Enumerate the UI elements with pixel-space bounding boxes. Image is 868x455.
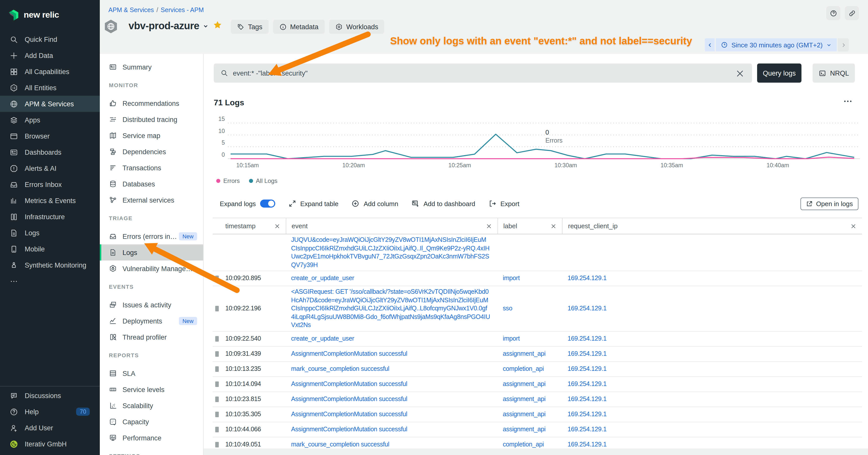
table-row[interactable]: 10:10:14.094AssignmentCompletionMutation… — [213, 377, 862, 392]
column-header-request-client-ip[interactable]: request_client_ip — [562, 218, 862, 234]
table-row[interactable]: 10:09:31.439AssignmentCompletionMutation… — [213, 347, 862, 361]
subnav-item-transactions[interactable]: Transactions — [100, 160, 203, 176]
remove-column-icon[interactable] — [850, 223, 857, 229]
label-link[interactable]: completion_api — [503, 441, 544, 448]
help-circle-button[interactable] — [826, 6, 840, 20]
sidebar-item-all-capabilities[interactable]: All Capabilities — [0, 64, 100, 79]
sidebar-item-errors-inbox[interactable]: Errors Inbox — [0, 176, 100, 193]
sidebar-item-dashboards[interactable]: Dashboards — [0, 144, 100, 160]
ip-link[interactable]: 169.254.129.1 — [567, 441, 607, 448]
subnav-item-service-levels[interactable]: Service levels — [100, 382, 203, 397]
ip-link[interactable]: 169.254.129.1 — [567, 275, 607, 282]
subnav-item-deployments[interactable]: DeploymentsNew — [100, 313, 203, 329]
tags-button[interactable]: Tags — [231, 20, 269, 34]
event-link[interactable]: create_or_update_user — [291, 335, 354, 342]
workloads-button[interactable]: Workloads — [329, 20, 384, 34]
subnav-item-scalability[interactable]: Scalability — [100, 397, 203, 414]
time-back-button[interactable] — [705, 38, 715, 52]
subnav-item-issues-activity[interactable]: Issues & activity — [100, 297, 203, 313]
event-link[interactable]: JUQVU&code=eyJraWQiOiJjcGltY29yZV8wOTI1M… — [291, 236, 490, 268]
subnav-item-vulnerability-management[interactable]: Vulnerability Management — [100, 260, 203, 277]
sidebar-item-browser[interactable]: Browser — [0, 128, 100, 144]
event-link[interactable]: AssignmentCompletionMutation successful — [291, 395, 407, 402]
subnav-item-recommendations[interactable]: Recommendations — [100, 95, 203, 111]
nrql-button[interactable]: NRQL — [812, 64, 855, 83]
subnav-item-distributed-tracing[interactable]: Distributed tracing — [100, 111, 203, 128]
copy-link-button[interactable] — [845, 6, 859, 20]
table-row[interactable]: JUQVU&code=eyJraWQiOiJjcGltY29yZV8wOTI1M… — [213, 234, 862, 271]
breadcrumb-services-apm[interactable]: Services - APM — [161, 6, 204, 13]
chart-menu-ellipsis-icon[interactable] — [843, 96, 855, 106]
subnav-item-external-services[interactable]: External services — [100, 192, 203, 208]
sidebar-item-apps[interactable]: Apps — [0, 112, 100, 128]
query-logs-button[interactable]: Query logs — [757, 64, 802, 83]
column-header-timestamp[interactable]: timestamp — [213, 218, 285, 234]
sidebar-item-more[interactable] — [0, 273, 100, 289]
sidebar-item-apm-services[interactable]: APM & Services — [0, 96, 100, 112]
time-forward-button[interactable] — [838, 38, 849, 52]
subnav-item-dependencies[interactable]: Dependencies — [100, 143, 203, 160]
event-link[interactable]: AssignmentCompletionMutation successful — [291, 381, 407, 388]
sidebar-item-infrastructure[interactable]: Infrastructure — [0, 208, 100, 225]
label-link[interactable]: import — [503, 335, 520, 342]
column-header-event[interactable]: event — [285, 218, 497, 234]
label-link[interactable]: assignment_api — [503, 411, 546, 418]
subnav-item-logs[interactable]: Logs — [100, 245, 203, 260]
ip-link[interactable]: 169.254.129.1 — [567, 426, 607, 433]
remove-column-icon[interactable] — [485, 223, 492, 229]
event-link[interactable]: AssignmentCompletionMutation successful — [291, 426, 407, 433]
label-link[interactable]: completion_api — [503, 365, 544, 372]
ip-link[interactable]: 169.254.129.1 — [567, 365, 607, 372]
subnav-item-performance[interactable]: Performance — [100, 430, 203, 446]
subnav-item-databases[interactable]: Databases — [100, 176, 203, 192]
subnav-item-service-map[interactable]: Service map — [100, 128, 203, 143]
event-link[interactable]: AssignmentCompletionMutation successful — [291, 350, 407, 357]
event-link[interactable]: mark_course_completion successful — [291, 365, 390, 372]
ip-link[interactable]: 169.254.129.1 — [567, 395, 607, 402]
ip-link[interactable]: 169.254.129.1 — [567, 411, 607, 418]
event-link[interactable]: <ASGIRequest: GET '/sso/callback/?state=… — [291, 288, 490, 328]
event-link[interactable]: AssignmentCompletionMutation successful — [291, 411, 407, 418]
ip-link[interactable]: 169.254.129.1 — [567, 381, 607, 388]
event-link[interactable]: create_or_update_user — [291, 275, 354, 282]
label-link[interactable]: sso — [503, 305, 513, 312]
new-relic-logo[interactable]: new relic — [0, 0, 100, 24]
legend-errors[interactable]: Errors — [216, 177, 240, 185]
sidebar-item-logs[interactable]: Logs — [0, 225, 100, 241]
ip-link[interactable]: 169.254.129.1 — [567, 305, 607, 312]
export-button[interactable]: Export — [489, 199, 520, 207]
subnav-item-thread-profiler[interactable]: Thread profiler — [100, 329, 203, 345]
ip-link[interactable]: 169.254.129.1 — [567, 350, 607, 357]
table-row[interactable]: 10:10:13.235mark_course_completion succe… — [213, 361, 862, 377]
table-row[interactable]: 10:09:22.540create_or_update_userimport1… — [213, 331, 862, 347]
add-column-button[interactable]: Add column — [351, 199, 398, 207]
remove-column-icon[interactable] — [550, 223, 557, 229]
breadcrumb-apm-services[interactable]: APM & Services — [108, 6, 154, 13]
sidebar-item-mobile[interactable]: Mobile — [0, 241, 100, 257]
label-link[interactable]: assignment_api — [503, 426, 546, 433]
toggle-on-icon[interactable] — [260, 199, 275, 207]
label-link[interactable]: assignment_api — [503, 350, 546, 357]
add-to-dashboard-button[interactable]: Add to dashboard — [411, 199, 475, 207]
table-row[interactable]: 10:09:22.196<ASGIRequest: GET '/sso/call… — [213, 286, 862, 331]
subnav-item-summary[interactable]: Summary — [100, 59, 203, 75]
sidebar-item-all-entities[interactable]: All Entities — [0, 79, 100, 96]
expand-logs-toggle[interactable]: Expand logs — [220, 199, 275, 207]
legend-all-logs[interactable]: All Logs — [249, 177, 277, 185]
time-range-button[interactable]: Since 30 minutes ago (GMT+2) — [716, 38, 837, 52]
ip-link[interactable]: 169.254.129.1 — [567, 335, 607, 342]
subnav-item-capacity[interactable]: Capacity — [100, 414, 203, 430]
sidebar-item-iterativ-gmbh[interactable]: Iterativ GmbH — [0, 436, 100, 452]
sidebar-item-discussions[interactable]: Discussions — [0, 388, 100, 403]
logs-chart-plot[interactable] — [228, 116, 860, 162]
column-header-label[interactable]: label — [497, 218, 562, 234]
sidebar-item-help[interactable]: Help70 — [0, 403, 100, 420]
label-link[interactable]: import — [503, 275, 520, 282]
label-link[interactable]: assignment_api — [503, 395, 546, 402]
subnav-item-errors-errors-inb-[interactable]: Errors (errors inb...New — [100, 228, 203, 245]
table-row[interactable]: 10:10:44.066AssignmentCompletionMutation… — [213, 422, 862, 437]
table-row[interactable]: 10:09:20.895create_or_update_userimport1… — [213, 271, 862, 286]
entity-title-row[interactable]: vbv-prod-azure — [128, 20, 209, 32]
sidebar-item-add-data[interactable]: Add Data — [0, 47, 100, 64]
subnav-item-sla[interactable]: SLA — [100, 365, 203, 382]
